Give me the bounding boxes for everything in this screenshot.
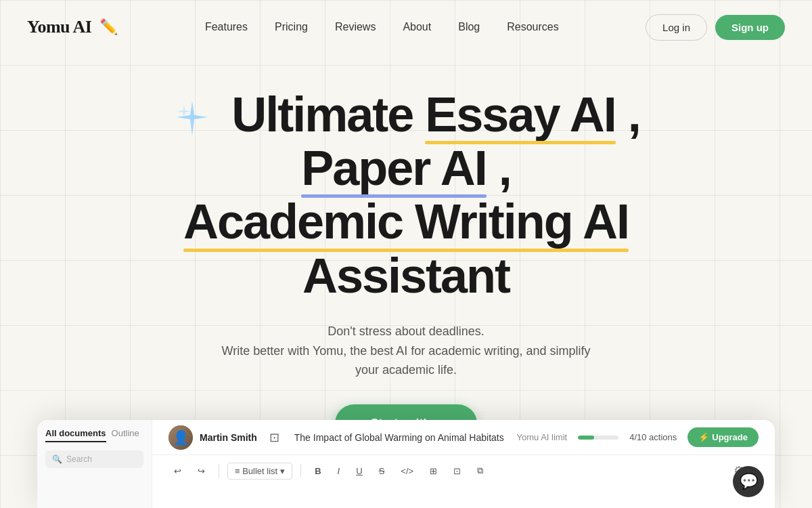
subtitle-line1: Don't stress about deadlines. xyxy=(328,324,484,338)
toolbar-divider-2 xyxy=(300,464,301,478)
underline-button[interactable]: U xyxy=(351,463,367,479)
tab-outline[interactable]: Outline xyxy=(112,428,139,442)
title-essay-ai: Essay AI xyxy=(425,88,616,142)
upgrade-label: Upgrade xyxy=(712,432,748,442)
limit-progress-container xyxy=(578,436,618,440)
title-ultimate: Ultimate xyxy=(231,87,425,142)
search-icon: 🔍 xyxy=(52,454,62,464)
signup-button[interactable]: Sign up xyxy=(715,15,785,40)
upgrade-icon: ⚡ xyxy=(698,432,709,442)
limit-progress-bar xyxy=(578,436,618,440)
avatar xyxy=(168,425,193,450)
nav-item-features[interactable]: Features xyxy=(205,21,248,33)
image-button[interactable]: ⊡ xyxy=(448,463,466,479)
sidebar-search[interactable]: 🔍 Search xyxy=(45,450,143,468)
title-comma1: , xyxy=(616,87,640,142)
nav-item-reviews[interactable]: Reviews xyxy=(335,21,376,33)
dropdown-icon: ▾ xyxy=(280,466,285,476)
redo-button[interactable]: ↪ xyxy=(192,463,210,479)
nav-item-about[interactable]: About xyxy=(403,21,431,33)
bullet-list-button[interactable]: ≡ Bullet list ▾ xyxy=(227,463,292,480)
italic-button[interactable]: I xyxy=(332,463,346,479)
limit-label: Yomu AI limit xyxy=(516,432,567,442)
code-button[interactable]: </> xyxy=(395,463,419,479)
logo[interactable]: Yomu AI ✏️ xyxy=(27,17,118,37)
avatar-image xyxy=(168,425,193,450)
logo-text: Yomu AI xyxy=(27,17,91,37)
nav-item-resources[interactable]: Resources xyxy=(507,21,558,33)
app-toolbar: ↩ ↪ ≡ Bullet list ▾ B I U S </> ⊞ ⊡ ⧉ ⚙ … xyxy=(152,455,775,486)
app-topbar: Martin Smith ⊡ The Impact of Global Warm… xyxy=(152,420,775,455)
hero-title: Ultimate Essay AI , Paper AI , Academic … xyxy=(102,88,710,303)
link-button[interactable]: ⧉ xyxy=(472,463,489,479)
title-comma2: , xyxy=(487,141,511,195)
title-paper-ai: Paper AI xyxy=(301,142,486,195)
nav-links: Features Pricing Reviews About Blog Reso… xyxy=(205,21,559,33)
limit-bar-fill xyxy=(578,436,594,440)
undo-button[interactable]: ↩ xyxy=(168,463,187,479)
sidebar-tabs: All documents Outline xyxy=(45,428,143,442)
tab-all-documents[interactable]: All documents xyxy=(45,428,106,442)
login-button[interactable]: Log in xyxy=(646,14,707,41)
nav-actions: Log in Sign up xyxy=(646,14,785,41)
user-name: Martin Smith xyxy=(200,432,257,443)
chat-icon: 💬 xyxy=(740,473,758,490)
chat-button[interactable]: 💬 xyxy=(733,466,764,497)
nav-item-pricing[interactable]: Pricing xyxy=(275,21,308,33)
search-placeholder: Search xyxy=(66,454,92,464)
bold-button[interactable]: B xyxy=(309,463,326,479)
strikethrough-button[interactable]: S xyxy=(374,463,390,479)
toolbar-divider-1 xyxy=(219,464,219,478)
app-sidebar: All documents Outline 🔍 Search xyxy=(37,420,152,508)
app-preview: All documents Outline 🔍 Search Martin Sm… xyxy=(37,420,775,508)
sparkle-icon xyxy=(172,98,212,139)
logo-icon: ✏️ xyxy=(99,18,118,36)
app-user-info: Martin Smith ⊡ The Impact of Global Warm… xyxy=(168,425,504,450)
upgrade-button[interactable]: ⚡ Upgrade xyxy=(687,427,759,447)
navbar: Yomu AI ✏️ Features Pricing Reviews Abou… xyxy=(0,0,812,54)
hero-subtitle: Don't stress about deadlines. Write bett… xyxy=(217,322,595,380)
bullet-list-label: ≡ Bullet list xyxy=(235,466,277,476)
app-limit-section: Yomu AI limit 4/10 actions ⚡ Upgrade xyxy=(516,427,759,447)
hero-section: Ultimate Essay AI , Paper AI , Academic … xyxy=(0,54,812,443)
title-academic: Academic Writing AI xyxy=(183,195,629,249)
nav-item-blog[interactable]: Blog xyxy=(458,21,480,33)
app-main: Martin Smith ⊡ The Impact of Global Warm… xyxy=(152,420,775,508)
subtitle-line2: Write better with Yomu, the best AI for … xyxy=(222,344,591,377)
table-button[interactable]: ⊞ xyxy=(424,463,443,479)
title-assistant: Assistant xyxy=(302,249,510,303)
document-title: The Impact of Global Warming on Animal H… xyxy=(294,432,504,443)
limit-count: 4/10 actions xyxy=(629,432,677,442)
document-icon: ⊡ xyxy=(269,430,279,445)
